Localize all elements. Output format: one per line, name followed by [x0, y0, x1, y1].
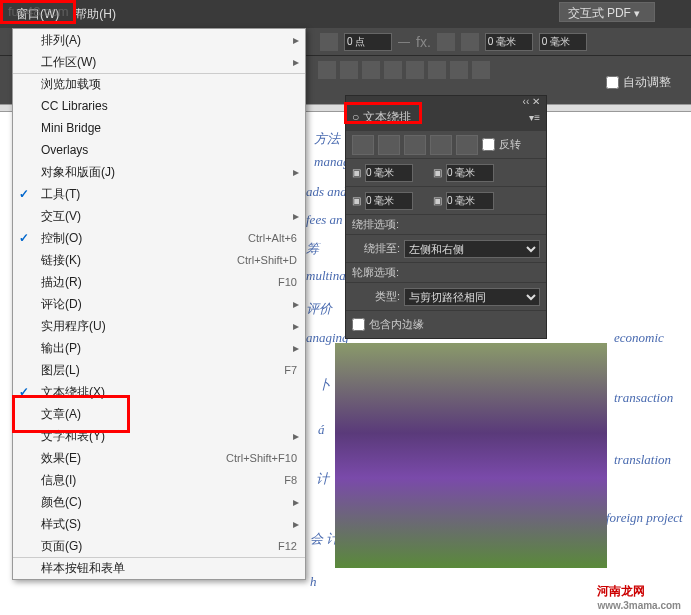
- submenu-arrow-icon: ▸: [293, 341, 299, 355]
- offset-input-1[interactable]: [485, 33, 533, 51]
- menu-item-0[interactable]: 排列(A)▸: [13, 29, 305, 51]
- footer-watermark: 河南龙网 www.3mama.com: [597, 579, 681, 611]
- menu-item-8[interactable]: 交互(V)▸: [13, 205, 305, 227]
- contour-options-label: 轮廓选项:: [346, 262, 546, 282]
- menu-item-12[interactable]: 评论(D)▸: [13, 293, 305, 315]
- panel-collapse-icon[interactable]: ‹‹ ✕: [523, 96, 540, 104]
- invert-checkbox[interactable]: [482, 138, 495, 151]
- menu-item-2[interactable]: 浏览加载项: [13, 73, 305, 95]
- menu-item-4[interactable]: Mini Bridge: [13, 117, 305, 139]
- align-icon-2[interactable]: [461, 33, 479, 51]
- include-inside-row: 包含内边缘: [346, 310, 546, 338]
- swatch-5[interactable]: [406, 61, 424, 79]
- swatch-3[interactable]: [362, 61, 380, 79]
- menu-item-21[interactable]: 颜色(C)▸: [13, 491, 305, 513]
- doc-text: 方法: [314, 130, 340, 148]
- menu-item-13[interactable]: 实用程序(U)▸: [13, 315, 305, 337]
- menu-item-shortcut: Ctrl+Shift+D: [237, 254, 297, 266]
- menu-item-label: 颜色(C): [41, 494, 297, 511]
- doc-text: foreign project: [606, 510, 683, 526]
- menu-item-1[interactable]: 工作区(W)▸: [13, 51, 305, 73]
- window-menu-dropdown: 排列(A)▸工作区(W)▸浏览加载项CC LibrariesMini Bridg…: [12, 28, 306, 580]
- menu-item-19[interactable]: 效果(E)Ctrl+Shift+F10: [13, 447, 305, 469]
- placed-image[interactable]: [335, 343, 607, 568]
- menu-item-label: 样本按钮和表单: [41, 560, 297, 577]
- highlight-text-wrap-item: [12, 395, 130, 433]
- submenu-arrow-icon: ▸: [293, 319, 299, 333]
- menu-item-14[interactable]: 输出(P)▸: [13, 337, 305, 359]
- check-icon: ✓: [19, 231, 29, 245]
- menu-item-shortcut: Ctrl+Shift+F10: [226, 452, 297, 464]
- offset-bottom-input[interactable]: [365, 192, 413, 210]
- swatch-8[interactable]: [472, 61, 490, 79]
- menu-item-9[interactable]: ✓控制(O)Ctrl+Alt+6: [13, 227, 305, 249]
- stroke-icon[interactable]: [320, 33, 338, 51]
- offset-left-input[interactable]: [446, 164, 494, 182]
- menu-item-24[interactable]: 样本按钮和表单: [13, 557, 305, 579]
- doc-text: ads and: [306, 184, 347, 200]
- swatch-2[interactable]: [340, 61, 358, 79]
- menu-item-label: 图层(L): [41, 362, 284, 379]
- menu-item-3[interactable]: CC Libraries: [13, 95, 305, 117]
- swatch-4[interactable]: [384, 61, 402, 79]
- menu-item-23[interactable]: 页面(G)F12: [13, 535, 305, 557]
- submenu-arrow-icon: ▸: [293, 209, 299, 223]
- wrap-shape-icon[interactable]: [404, 135, 426, 155]
- align-icon-1[interactable]: [437, 33, 455, 51]
- menu-item-11[interactable]: 描边(R)F10: [13, 271, 305, 293]
- submenu-arrow-icon: ▸: [293, 55, 299, 69]
- offset-right-input[interactable]: [446, 192, 494, 210]
- wrap-column-icon[interactable]: [456, 135, 478, 155]
- menu-item-label: CC Libraries: [41, 99, 297, 113]
- doc-text: á: [318, 422, 325, 438]
- menu-item-15[interactable]: 图层(L)F7: [13, 359, 305, 381]
- menu-item-label: 实用程序(U): [41, 318, 297, 335]
- highlight-panel-title: [344, 102, 422, 124]
- menu-item-label: 对象和版面(J): [41, 164, 297, 181]
- panel-menu-icon[interactable]: ▾≡: [529, 112, 540, 123]
- offset-row-1: ▣ ▣: [346, 158, 546, 186]
- doc-text: multina: [306, 268, 346, 284]
- doc-text: 筹: [306, 240, 319, 258]
- text-wrap-panel: ‹‹ ✕ ○ 文本绕排 ▾≡ 反转 ▣ ▣ ▣ ▣ 绕排选项: 绕排至: 左侧和…: [345, 95, 547, 339]
- wrap-jump-icon[interactable]: [430, 135, 452, 155]
- doc-text: fees an: [306, 212, 342, 228]
- doc-text: 评价: [306, 300, 332, 318]
- type-select[interactable]: 与剪切路径相同: [404, 288, 540, 306]
- menu-item-5[interactable]: Overlays: [13, 139, 305, 161]
- menu-item-10[interactable]: 链接(K)Ctrl+Shift+D: [13, 249, 305, 271]
- include-inside-checkbox[interactable]: [352, 318, 365, 331]
- menu-item-7[interactable]: ✓工具(T): [13, 183, 305, 205]
- menu-item-label: 工具(T): [41, 186, 297, 203]
- menu-item-6[interactable]: 对象和版面(J)▸: [13, 161, 305, 183]
- submenu-arrow-icon: ▸: [293, 33, 299, 47]
- menu-item-20[interactable]: 信息(I)F8: [13, 469, 305, 491]
- submenu-arrow-icon: ▸: [293, 429, 299, 443]
- auto-fit-checkbox[interactable]: 自动调整: [606, 74, 671, 91]
- check-icon: ✓: [19, 187, 29, 201]
- menu-item-label: 交互(V): [41, 208, 297, 225]
- menu-item-shortcut: Ctrl+Alt+6: [248, 232, 297, 244]
- wrap-none-icon[interactable]: [352, 135, 374, 155]
- menu-item-label: 评论(D): [41, 296, 297, 313]
- pdf-mode-button[interactable]: 交互式 PDF ▾: [559, 2, 655, 22]
- doc-text: translation: [614, 452, 671, 468]
- menu-item-label: 页面(G): [41, 538, 278, 555]
- stroke-weight-input[interactable]: [344, 33, 392, 51]
- offset-input-2[interactable]: [539, 33, 587, 51]
- menu-item-22[interactable]: 样式(S)▸: [13, 513, 305, 535]
- offset-top-input[interactable]: [365, 164, 413, 182]
- doc-text: economic: [614, 330, 664, 346]
- wrap-mode-row: 反转: [346, 130, 546, 158]
- submenu-arrow-icon: ▸: [293, 495, 299, 509]
- wrap-to-select[interactable]: 左侧和右侧: [404, 240, 540, 258]
- menu-item-label: 信息(I): [41, 472, 284, 489]
- swatch-6[interactable]: [428, 61, 446, 79]
- wrap-bbox-icon[interactable]: [378, 135, 400, 155]
- swatch-7[interactable]: [450, 61, 468, 79]
- menu-item-label: 浏览加载项: [41, 76, 297, 93]
- submenu-arrow-icon: ▸: [293, 297, 299, 311]
- swatch-1[interactable]: [318, 61, 336, 79]
- menu-item-label: 样式(S): [41, 516, 297, 533]
- highlight-menu-window: [0, 0, 76, 24]
